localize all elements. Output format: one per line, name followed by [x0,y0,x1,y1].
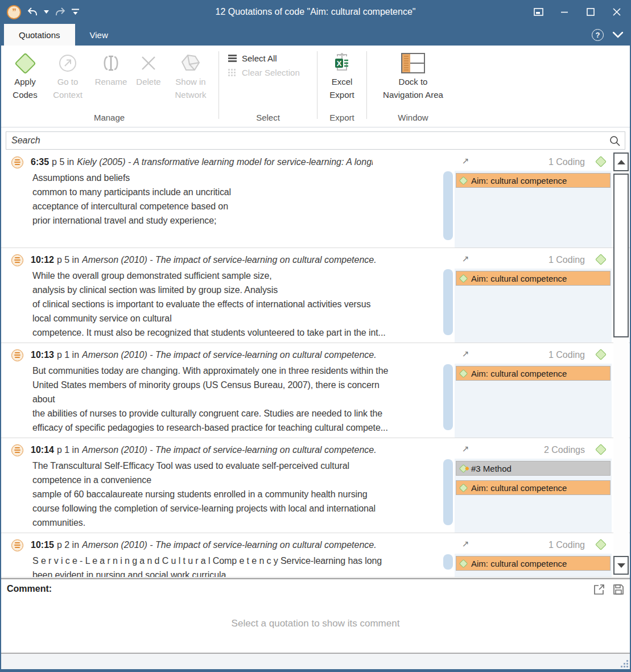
minimize-button[interactable] [551,0,578,24]
group-label-select: Select [220,112,316,127]
go-to-quotation-icon[interactable]: ↗ [462,539,469,549]
quotation-icon [11,444,23,456]
tab-view[interactable]: View [75,24,123,46]
code-diamond-icon [459,369,468,378]
quotation-text: But communities today are changing. With… [1,362,442,435]
coding-label-text: Aim: cultural competence [471,176,567,185]
quotation-icon [11,156,23,168]
search-icon [609,135,620,146]
coding-label[interactable]: #3 Method [456,461,611,476]
vertical-scrollbar[interactable] [613,152,629,575]
ribbon-separator [218,51,219,119]
quotation-id: 10:13 [31,350,54,360]
go-to-quotation-icon[interactable]: ↗ [462,156,469,166]
search-input[interactable] [6,132,625,149]
go-to-quotation-icon[interactable]: ↗ [462,349,469,359]
coding-label[interactable]: Aim: cultural competence [456,480,611,495]
undo-dropdown-caret-icon[interactable] [44,10,49,14]
clear-selection-button[interactable]: Clear Selection [228,68,300,77]
scroll-down-button[interactable] [613,556,629,575]
maximize-button[interactable] [578,0,604,24]
group-label-manage: Manage [1,112,217,127]
svg-text:X: X [337,59,342,68]
close-button[interactable] [604,0,630,24]
rename-icon [101,52,121,74]
show-in-network-button[interactable]: Show in Network [166,49,215,100]
select-all-button[interactable]: Select All [228,53,300,63]
comment-placeholder: Select a quotation to show its comment [1,618,630,629]
excel-export-button[interactable]: X Excel Export [320,49,364,100]
coding-label-text: Aim: cultural competence [471,559,567,568]
go-to-context-button[interactable]: Go to Context [44,49,91,100]
quotation-document-title: Amerson (2010) - The impact of service-l… [82,255,377,265]
coding-labels: Aim: cultural competence [455,171,612,248]
quotation-row[interactable]: 10:15 p 2 in Amerson (2010) - The impact… [1,533,630,578]
ribbon-separator [317,51,317,119]
comment-label: Comment: [7,584,52,594]
open-comment-editor-icon[interactable] [593,584,605,595]
code-diamond-icon [459,483,468,492]
codings-count: 1 Coding [548,255,585,265]
coding-labels: Aim: cultural competence [455,554,612,577]
code-diamond-icon [459,559,468,568]
coding-label-text: Aim: cultural competence [471,483,567,493]
scrollbar-thumb[interactable] [613,174,629,337]
coding-labels: Aim: cultural competence [455,269,612,343]
network-icon [181,52,200,74]
codings-count: 1 Coding [548,540,585,550]
search-bar [1,127,630,150]
scroll-up-button[interactable] [613,152,629,171]
dock-window-button[interactable] [525,0,551,24]
help-icon[interactable]: ? [592,29,604,41]
goto-context-icon [59,52,77,74]
go-to-quotation-icon[interactable]: ↗ [462,254,469,264]
codings-count: 2 Codings [544,445,585,455]
quotation-manager-icon: ” [7,5,21,19]
coding-label[interactable]: Aim: cultural competence [456,556,611,571]
quotation-highlight-bar [443,269,453,335]
quotation-icon [11,539,23,551]
group-label-export: Export [319,112,365,127]
comment-panel: Comment: Select a quotation to show its … [1,578,630,653]
quotation-row[interactable]: 10:13 p 1 in Amerson (2010) - The impact… [1,343,630,438]
tab-quotations[interactable]: Quotations [4,24,75,46]
delete-x-icon [141,52,156,74]
redo-button[interactable] [55,7,66,17]
quotation-id: 10:14 [31,445,54,455]
quotation-id: 6:35 [31,157,49,167]
codings-count: 1 Coding [548,157,585,167]
quotation-id: 10:15 [31,540,54,550]
quotation-row[interactable]: 10:14 p 1 in Amerson (2010) - The impact… [1,438,630,533]
dock-to-navigation-button[interactable]: Dock to Navigation Area [370,49,456,100]
coding-label[interactable]: Aim: cultural competence [456,366,611,381]
code-diamond-icon [459,176,468,185]
dock-layout-icon [401,52,425,74]
resize-grip[interactable] [620,659,628,667]
coding-label-text: Aim: cultural competence [471,369,567,378]
code-diamond-icon [14,52,36,74]
go-to-quotation-icon[interactable]: ↗ [462,444,469,454]
customize-toolbar-icon[interactable] [72,9,79,15]
coding-label-text: #3 Method [471,464,512,473]
delete-button[interactable]: Delete [131,49,166,87]
quotation-highlight-bar [443,364,453,430]
quotation-list: 6:35 p 5 in Kiely (2005) - A transformat… [1,150,630,578]
group-label-window: Window [368,112,458,127]
collapse-ribbon-icon[interactable] [613,32,623,38]
code-diamond-icon [459,274,468,283]
quotation-page-ref: p 5 in [52,157,74,167]
coding-label[interactable]: Aim: cultural competence [456,271,611,286]
save-comment-icon[interactable] [613,584,624,595]
excel-icon: X [332,52,352,74]
quotation-highlight-bar [443,171,453,240]
quotation-row[interactable]: 10:12 p 5 in Amerson (2010) - The impact… [1,248,630,343]
code-diamond-icon [459,464,468,473]
rename-button[interactable]: Rename [91,49,131,87]
titlebar: ” 12 Quotations of code "Aim: cultural c… [1,0,630,24]
undo-button[interactable] [27,7,38,17]
quotation-icon [11,349,23,361]
quotation-row[interactable]: 6:35 p 5 in Kiely (2005) - A transformat… [1,150,630,248]
apply-codes-button[interactable]: Apply Codes [6,49,44,100]
quotation-manager-window: ” 12 Quotations of code "Aim: cultural c… [0,0,631,672]
coding-label[interactable]: Aim: cultural competence [456,173,611,188]
